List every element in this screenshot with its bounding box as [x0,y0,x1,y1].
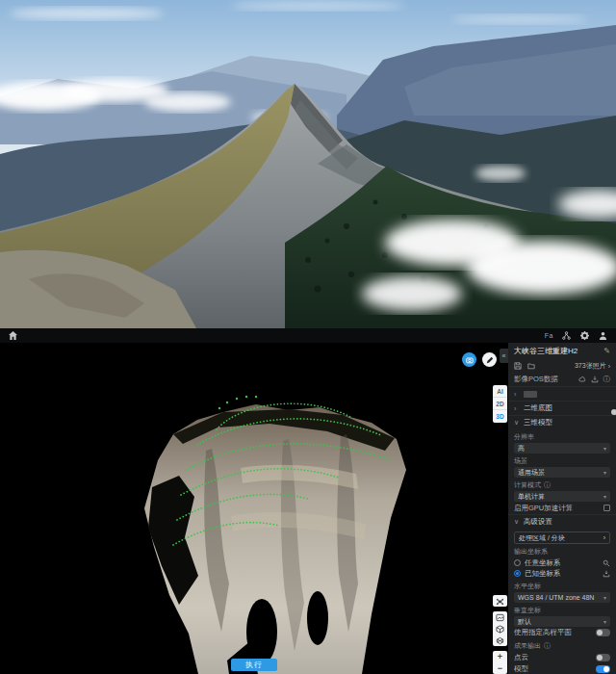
resolution-label: 分辨率 [508,429,616,443]
model-3d-graphic [0,343,508,674]
info-icon[interactable]: ⓘ [544,480,551,490]
import-tray-icon[interactable] [603,570,610,578]
mountain-photo-graphic [0,0,616,328]
import-icon[interactable] [591,375,599,384]
cloud-icon[interactable] [578,375,586,384]
output-results-label: 成果输出 ⓘ [508,638,616,652]
info-icon[interactable]: ⓘ [544,641,551,651]
viewport-3d[interactable]: « AI 2D 3D [0,343,508,674]
model-layer-icon[interactable] [493,623,507,635]
edit-icon[interactable]: ✎ [603,347,610,355]
settings-gear-icon[interactable] [579,330,590,341]
chevron-down-icon: ∨ [514,518,520,526]
scene-select[interactable]: 通用场景 ▾ [514,467,610,478]
gpu-checkbox[interactable] [603,505,610,511]
caret-down-icon: ▾ [603,469,606,476]
vertical-coord-label: 垂直坐标 [508,603,616,616]
radio-known-coord-label: 已知坐标系 [525,569,561,579]
compute-mode-text: 计算模式 [514,480,541,490]
chevron-right-icon: › [608,363,610,370]
photos-count: 373张照片 [575,361,606,371]
model-output-toggle[interactable] [596,665,610,673]
info-icon[interactable]: ⓘ [603,375,611,384]
execute-button[interactable]: 执行 [231,659,277,671]
user-account-icon[interactable] [598,330,608,341]
scene-label: 场景 [508,454,616,467]
scene-value: 通用场景 [518,468,545,478]
pointcloud-label: 点云 [514,653,528,662]
view-mode-switcher: AI 2D 3D [493,385,507,423]
model-output-row: 模型 [508,663,616,674]
section-3d-model[interactable]: ∨ 三维模型 [508,415,616,429]
pointcloud-toggle[interactable] [596,654,610,661]
caret-down-icon: ▾ [603,594,606,601]
pos-data-row: 影像POS数据 ⓘ [508,373,616,386]
vertical-coord-select[interactable]: 默认 ▾ [514,616,610,627]
caret-down-icon: ▾ [603,445,606,452]
aerial-photo [0,0,616,328]
panel-title-row: 大峡谷三维重建H2 ✎ [508,343,616,359]
save-icon[interactable] [514,362,522,370]
radio-any-coord[interactable] [514,559,521,566]
pos-data-label: 影像POS数据 [514,375,558,384]
height-plane-toggle[interactable] [596,629,610,636]
region-block-row[interactable]: 处理区域 / 分块 › [514,531,610,544]
radio-known-coord[interactable] [514,570,521,577]
view-mode-2d[interactable]: 2D [493,398,507,410]
output-coord-label: 输出坐标系 [508,544,616,557]
region-block-label: 处理区域 / 分块 [519,533,565,543]
section-3d-model-label: 三维模型 [524,418,552,428]
workspace: « AI 2D 3D [0,343,616,674]
horizontal-coord-label: 水平坐标 [508,579,616,592]
horizontal-coord-value: WGS 84 / UTM zone 48N [518,594,594,601]
chevron-right-icon: › [514,405,520,412]
chevron-right-icon: › [603,534,605,541]
draw-button[interactable] [482,352,497,367]
output-results-text: 成果输出 [514,641,541,651]
chevron-down-icon: ∨ [514,419,520,427]
height-plane-label: 使用指定高程平面 [514,628,572,637]
caret-down-icon: ▾ [603,618,606,625]
horizontal-coord-select[interactable]: WGS 84 / UTM zone 48N ▾ [514,592,610,603]
viewport-toolbar: + − [493,595,507,674]
compute-mode-value: 单机计算 [518,492,545,502]
file-actions-row: 373张照片 › [508,359,616,373]
top-navbar: Fa [0,328,616,343]
compute-mode-label: 计算模式 ⓘ [508,478,616,491]
capture-button[interactable] [462,352,476,367]
gpu-checkbox-label: 启用GPU加速计算 [514,504,573,513]
zoom-in-button[interactable]: + [493,651,507,662]
view-mode-3d[interactable]: 3D [493,410,507,423]
coordinate-mode-label: Fa [545,332,553,339]
drone-mapping-app: Fa [0,0,616,674]
compute-mode-select[interactable]: 单机计算 ▾ [514,491,610,502]
height-plane-row: 使用指定高程平面 [508,627,616,638]
section-advanced-label: 高级设置 [524,517,552,527]
mesh-layer-icon[interactable] [493,635,507,646]
panel-collapse-handle[interactable]: « [500,349,508,363]
mission-title: 大峡谷三维重建H2 [514,346,578,356]
section-flight-route[interactable]: › [508,386,616,401]
view-mode-ai[interactable]: AI [493,385,507,398]
model-output-label: 模型 [514,664,528,674]
search-icon[interactable] [603,559,610,567]
section-2d-map-label: 二维底图 [524,403,552,413]
drone-icon[interactable] [493,595,507,607]
section-2d-map[interactable]: › 二维底图 [508,401,616,415]
network-icon[interactable] [561,330,572,341]
photos-count-link[interactable]: 373张照片 › [575,361,610,371]
resolution-select[interactable]: 高 ▾ [514,443,610,454]
home-icon[interactable] [8,330,18,341]
zoom-tool-group: + − [493,651,507,674]
chevron-right-icon: › [514,391,520,398]
imagery-layer-icon[interactable] [493,611,507,623]
drone-tool-group [493,595,507,607]
vertical-coord-value: 默认 [518,617,531,627]
zoom-out-button[interactable]: − [493,662,507,674]
pointcloud-row: 点云 [508,652,616,663]
settings-panel: 大峡谷三维重建H2 ✎ 373张照片 › 影像POS数据 [508,343,616,674]
section-advanced[interactable]: ∨ 高级设置 [508,514,616,529]
resolution-value: 高 [518,444,525,454]
folder-icon[interactable] [527,362,535,370]
radio-any-coord-row: 任意坐标系 [508,557,616,568]
